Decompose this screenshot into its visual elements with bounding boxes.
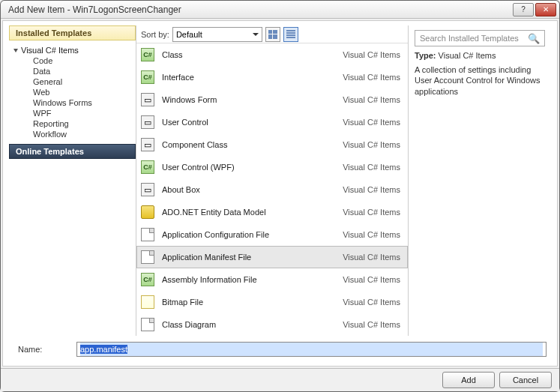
form-icon: ▭ — [141, 93, 154, 106]
template-list-pane: Sort by: Default C#ClassVisual C# ItemsC… — [136, 25, 409, 336]
cs-icon: C# — [141, 160, 154, 174]
search-input[interactable]: Search Installed Templates 🔍 — [415, 30, 545, 46]
template-item-name: About Box — [162, 185, 335, 194]
db-icon — [141, 205, 154, 219]
tree-item[interactable]: Web — [33, 87, 131, 97]
template-item-category: Visual C# Items — [343, 73, 403, 82]
name-label: Name: — [13, 345, 66, 354]
template-item-category: Visual C# Items — [343, 298, 403, 307]
tree-root-visual-csharp[interactable]: Visual C# Items — [13, 45, 131, 55]
template-item-category: Visual C# Items — [343, 50, 403, 59]
search-icon: 🔍 — [528, 33, 540, 44]
sort-by-value: Default — [176, 30, 202, 39]
template-item-name: Assembly Information File — [162, 275, 335, 284]
template-item[interactable]: C#Assembly Information FileVisual C# Ite… — [136, 268, 408, 291]
title-bar: Add New Item - Win7LogonScreenChanger ? … — [1, 1, 559, 19]
template-item-category: Visual C# Items — [343, 208, 403, 217]
tree-item[interactable]: General — [33, 76, 131, 87]
dialog-window: Add New Item - Win7LogonScreenChanger ? … — [0, 0, 560, 392]
tree-root-label: Visual C# Items — [21, 46, 79, 55]
online-templates-header[interactable]: Online Templates — [9, 144, 136, 159]
view-small-icons-button[interactable] — [283, 27, 298, 42]
dropdown-caret-icon — [253, 33, 259, 36]
template-item-name: User Control (WPF) — [162, 163, 335, 172]
tree-item[interactable]: WPF — [33, 108, 131, 118]
name-input-wrapper — [76, 342, 547, 357]
installed-templates-header[interactable]: Installed Templates — [9, 25, 136, 40]
template-description: A collection of settings including User … — [415, 64, 545, 97]
form-icon: ▭ — [141, 183, 154, 196]
list-toolbar: Sort by: Default — [136, 25, 408, 43]
dialog-body: Installed Templates Visual C# Items Code… — [2, 20, 558, 367]
file-icon — [141, 228, 154, 241]
form-icon: ▭ — [141, 115, 154, 129]
template-item-name: Interface — [162, 73, 335, 82]
name-bar: Name: — [9, 339, 551, 360]
template-item-category: Visual C# Items — [343, 230, 403, 239]
template-item-category: Visual C# Items — [343, 118, 403, 127]
bitmap-icon — [141, 295, 154, 309]
file-icon — [141, 318, 154, 331]
template-item-name: Application Manifest File — [162, 253, 335, 262]
close-button[interactable]: ✕ — [535, 3, 556, 16]
template-item-category: Visual C# Items — [343, 185, 403, 194]
window-title: Add New Item - Win7LogonScreenChanger — [8, 4, 513, 15]
template-item-category: Visual C# Items — [343, 140, 403, 149]
template-item-name: Windows Form — [162, 95, 335, 104]
form-icon: ▭ — [141, 138, 154, 151]
template-item-name: ADO.NET Entity Data Model — [162, 208, 335, 217]
cs-icon: C# — [141, 48, 154, 61]
template-item[interactable]: ▭Component ClassVisual C# Items — [136, 133, 408, 156]
template-item-name: Application Configuration File — [162, 230, 335, 239]
templates-sidebar: Installed Templates Visual C# Items Code… — [9, 25, 136, 336]
template-item[interactable]: Bitmap FileVisual C# Items — [136, 291, 408, 313]
template-item[interactable]: Application Manifest FileVisual C# Items — [136, 246, 408, 268]
view-medium-icons-button[interactable] — [265, 27, 280, 42]
template-item[interactable]: ADO.NET Entity Data ModelVisual C# Items — [136, 201, 408, 223]
template-item-name: Class — [162, 50, 335, 59]
tree-item[interactable]: Windows Forms — [33, 97, 131, 108]
details-pane: Search Installed Templates 🔍 Type: Visua… — [409, 25, 551, 336]
tree-item[interactable]: Code — [33, 55, 131, 66]
cs-icon: C# — [141, 273, 154, 286]
template-item-name: Class Diagram — [162, 320, 335, 329]
template-item[interactable]: ▭User ControlVisual C# Items — [136, 111, 408, 133]
list-icon — [286, 30, 295, 39]
sort-by-dropdown[interactable]: Default — [172, 27, 262, 42]
chevron-down-icon — [13, 49, 18, 52]
template-item-name: Bitmap File — [162, 298, 335, 307]
tree-item[interactable]: Data — [33, 66, 131, 76]
template-item[interactable]: C#InterfaceVisual C# Items — [136, 66, 408, 88]
tree-item[interactable]: Workflow — [33, 129, 131, 139]
template-item[interactable]: ▭Windows FormVisual C# Items — [136, 88, 408, 111]
template-item-category: Visual C# Items — [343, 95, 403, 104]
template-item[interactable]: Class DiagramVisual C# Items — [136, 313, 408, 336]
template-item-category: Visual C# Items — [343, 253, 403, 262]
add-button[interactable]: Add — [442, 372, 495, 388]
type-line: Type: Visual C# Items — [415, 51, 545, 60]
search-placeholder: Search Installed Templates — [420, 34, 519, 43]
grid-icon — [268, 30, 277, 39]
cancel-button[interactable]: Cancel — [499, 372, 552, 388]
cs-icon: C# — [141, 70, 154, 84]
type-value: Visual C# Items — [439, 51, 496, 60]
template-item-category: Visual C# Items — [343, 163, 403, 172]
template-item[interactable]: ▭About BoxVisual C# Items — [136, 178, 408, 201]
template-item[interactable]: C#ClassVisual C# Items — [136, 43, 408, 66]
template-item[interactable]: Application Configuration FileVisual C# … — [136, 223, 408, 246]
template-list[interactable]: C#ClassVisual C# ItemsC#InterfaceVisual … — [136, 43, 408, 336]
template-item-category: Visual C# Items — [343, 320, 403, 329]
template-item-name: Component Class — [162, 140, 335, 149]
dialog-footer: Add Cancel — [1, 368, 559, 391]
name-input[interactable] — [80, 343, 543, 356]
help-button[interactable]: ? — [513, 3, 534, 16]
template-item-category: Visual C# Items — [343, 275, 403, 284]
file-icon — [141, 250, 154, 264]
template-item[interactable]: C#User Control (WPF)Visual C# Items — [136, 156, 408, 178]
template-item-name: User Control — [162, 118, 335, 127]
type-label: Type: — [415, 51, 436, 60]
tree-item[interactable]: Reporting — [33, 118, 131, 129]
sort-by-label: Sort by: — [141, 30, 169, 39]
